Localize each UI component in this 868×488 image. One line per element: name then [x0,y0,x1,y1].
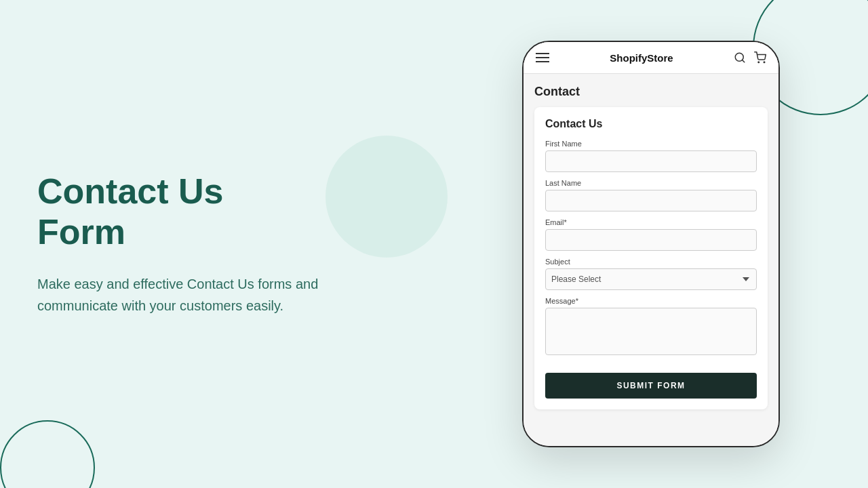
last-name-group: Last Name [545,179,757,211]
first-name-input[interactable] [545,150,757,172]
last-name-input[interactable] [545,190,757,211]
svg-line-1 [742,60,744,62]
svg-point-2 [758,62,760,63]
search-icon[interactable] [734,52,746,64]
email-group: Email* [545,218,757,251]
description-text: Make easy and effective Contact Us forms… [37,273,390,317]
store-title: ShopifyStore [610,52,673,64]
message-group: Message* [545,297,757,358]
subject-group: Subject Please Select General Inquiry Su… [545,258,757,290]
form-card-title: Contact Us [545,118,757,130]
deco-circle-bottom-left [0,420,95,488]
message-textarea[interactable] [545,308,757,355]
submit-button[interactable]: SUBMIT FORM [545,373,757,399]
subject-label: Subject [545,258,757,266]
email-input[interactable] [545,229,757,251]
cart-icon[interactable] [754,52,766,64]
hamburger-menu[interactable] [536,53,549,62]
svg-point-3 [764,62,765,63]
phone-frame: ShopifyStore Contact [522,41,780,447]
page-title: Contact [534,85,768,99]
phone-navbar: ShopifyStore [524,42,778,74]
nav-icons [734,52,766,64]
phone-container: ShopifyStore Contact [522,41,780,447]
first-name-label: First Name [545,140,757,148]
main-heading: Contact Us Form [37,171,390,253]
hamburger-line-1 [536,53,549,54]
phone-inner: ShopifyStore Contact [524,42,778,446]
email-label: Email* [545,218,757,226]
form-card: Contact Us First Name Last Name Email* [534,107,768,409]
left-content: Contact Us Form Make easy and effective … [37,171,390,317]
first-name-group: First Name [545,140,757,172]
message-label: Message* [545,297,757,305]
hamburger-line-2 [536,57,549,58]
last-name-label: Last Name [545,179,757,187]
subject-select[interactable]: Please Select General Inquiry Support Sa… [545,268,757,290]
hamburger-line-3 [536,61,549,62]
phone-content: Contact Contact Us First Name Last Name [524,74,778,446]
